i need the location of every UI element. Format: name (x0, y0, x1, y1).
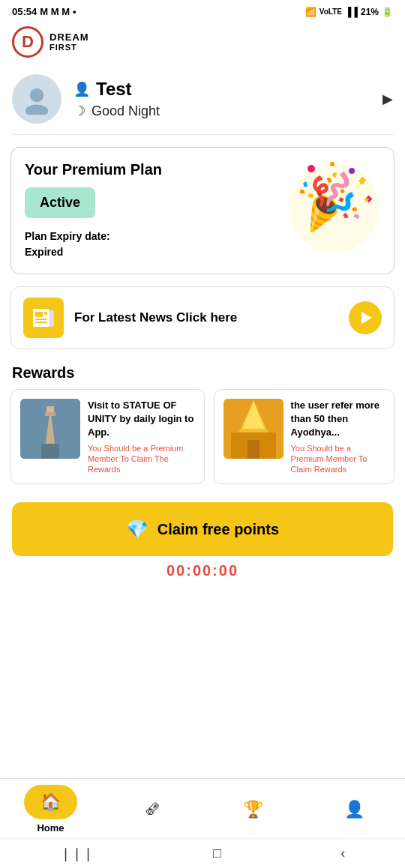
reward-image-temple (224, 399, 284, 459)
profile-row[interactable]: 👤 Test ☽ Good Night ▶ (0, 67, 405, 134)
logo-text: DREAM FIRST (50, 31, 89, 53)
nav-rewards[interactable]: 🏆 (202, 800, 304, 819)
svg-rect-6 (44, 312, 47, 315)
svg-point-0 (30, 88, 44, 102)
reward-content-2: the user refer more than 50 then Ayodhya… (291, 399, 385, 474)
reward-desc-1: Visit to STATUE OF UNITY by daily login … (88, 399, 195, 440)
reward-desc-2: the user refer more than 50 then Ayodhya… (291, 399, 385, 440)
diamond-icon: 💎 (126, 519, 148, 540)
svg-rect-16 (248, 440, 260, 459)
svg-rect-3 (35, 312, 43, 317)
reward-note-1: You Should be a Premium Member To Claim … (88, 443, 195, 475)
svg-rect-2 (33, 309, 50, 327)
status-bar: 05:54 M M M • 📶 VoLTE ▐▐ 21% 🔋 (0, 0, 405, 20)
star-icon: ★ (357, 175, 367, 187)
claim-label: Claim free points (158, 521, 279, 538)
premium-card[interactable]: Your Premium Plan Active Plan Expiry dat… (10, 147, 394, 274)
active-badge: Active (25, 187, 95, 218)
battery-icon: 🔋 (382, 7, 393, 17)
reward-card-inner-1: Visit to STATUE OF UNITY by daily login … (20, 399, 195, 474)
system-nav-bar: ❘❘❘ □ ‹ (0, 838, 405, 868)
svg-rect-7 (50, 310, 54, 327)
back-button[interactable]: ‹ (340, 846, 345, 861)
home-icon-bg: 🏠 (24, 785, 77, 819)
nav-profile[interactable]: 👤 (304, 800, 405, 819)
svg-rect-9 (41, 444, 59, 459)
nav-home-label: Home (37, 822, 64, 834)
reward-card-2[interactable]: the user refer more than 50 then Ayodhya… (214, 389, 394, 484)
avatar-svg (21, 83, 52, 115)
nav-news[interactable]: 🗞 (101, 800, 202, 819)
home-button[interactable]: □ (213, 846, 221, 861)
reward-card-inner-2: the user refer more than 50 then Ayodhya… (224, 399, 385, 474)
reward-image-unity (20, 399, 80, 459)
news-icon-box (23, 298, 64, 338)
status-right: 📶 VoLTE ▐▐ 21% 🔋 (305, 7, 393, 17)
expiry-label: Plan Expiry date: (25, 230, 110, 242)
svg-point-1 (26, 105, 48, 115)
newspaper-icon (32, 306, 56, 330)
svg-rect-5 (35, 322, 47, 323)
user-icon: 👤 (74, 81, 90, 97)
confetti-dot (308, 165, 315, 172)
reward-content-1: Visit to STATUE OF UNITY by daily login … (88, 399, 195, 474)
play-button[interactable] (349, 301, 382, 334)
expiry-value: Expired (25, 246, 63, 258)
news-nav-icon: 🗞 (144, 800, 160, 819)
wifi-icon: 📶 (305, 7, 316, 17)
profile-greeting: Good Night (92, 103, 160, 119)
profile-greeting-row: ☽ Good Night (74, 103, 160, 119)
signal-icon: ▐▐ (345, 7, 358, 17)
bottom-nav: 🏠 Home 🗞 🏆 👤 (0, 778, 405, 838)
svg-rect-12 (45, 412, 56, 416)
rewards-title: Rewards (0, 360, 405, 389)
home-icon: 🏠 (40, 792, 61, 812)
recents-button[interactable]: ❘❘❘ (60, 846, 94, 862)
time: 05:54 (12, 6, 37, 17)
svg-rect-4 (35, 319, 47, 320)
divider (12, 134, 393, 135)
claim-section: 💎 Claim free points 00:00:00 (0, 495, 405, 585)
star-icon: ★ (363, 195, 370, 205)
news-text: For Latest News Click here (74, 310, 338, 325)
brand-bottom: FIRST (50, 43, 89, 52)
profile-name: Test (96, 79, 132, 100)
chevron-right-icon[interactable]: ▶ (382, 91, 393, 107)
avatar (12, 74, 62, 124)
claim-free-points-button[interactable]: 💎 Claim free points (12, 502, 393, 556)
reward-card-1[interactable]: Visit to STATUE OF UNITY by daily login … (10, 389, 205, 484)
carrier: M M M (40, 6, 70, 17)
temple-svg (224, 399, 284, 459)
logo-bar: D DREAM FIRST (0, 20, 405, 67)
trophy-icon: 🏆 (243, 800, 263, 819)
volte-label: VoLTE (320, 7, 342, 16)
party-graphic: 🎉 ★ ★ (281, 155, 386, 260)
battery-label: 21% (361, 7, 379, 17)
profile-info: 👤 Test ☽ Good Night (74, 79, 160, 119)
nav-home[interactable]: 🏠 Home (0, 785, 101, 834)
brand-top: DREAM (50, 31, 89, 43)
logo-icon: D (12, 26, 44, 58)
profile-name-row: 👤 Test (74, 79, 160, 100)
reward-note-2: You Should be a Premium Member To Claim … (291, 443, 385, 475)
claim-timer: 00:00:00 (166, 556, 238, 582)
confetti-dot (330, 162, 334, 166)
unity-statue-svg (20, 399, 80, 459)
rewards-scroll: Visit to STATUE OF UNITY by daily login … (0, 389, 405, 495)
svg-rect-11 (46, 406, 54, 412)
news-banner[interactable]: For Latest News Click here (10, 286, 394, 349)
moon-icon: ☽ (74, 103, 86, 119)
carrier-dot: • (73, 6, 76, 17)
profile-nav-icon: 👤 (344, 800, 364, 819)
status-left: 05:54 M M M • (12, 6, 76, 17)
